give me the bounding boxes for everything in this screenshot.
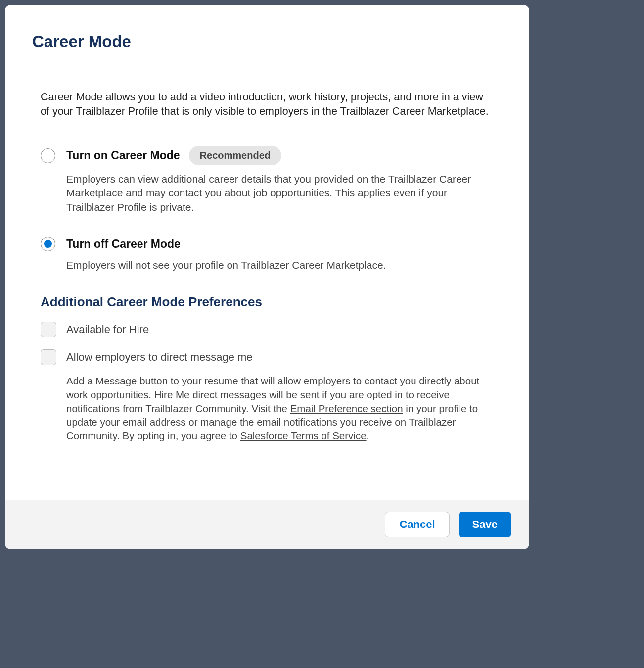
radio-turn-on[interactable] <box>41 148 55 163</box>
modal-body: Career Mode allows you to add a video in… <box>5 65 529 500</box>
preferences-title: Additional Career Mode Preferences <box>41 294 494 310</box>
radio-turn-off[interactable] <box>41 237 55 251</box>
radio-label-off: Turn off Career Mode <box>66 238 181 251</box>
recommended-badge: Recommended <box>189 146 281 165</box>
option-off-desc: Employers will not see your profile on T… <box>66 258 494 272</box>
checkbox-label-available: Available for Hire <box>66 323 149 336</box>
career-mode-modal: Career Mode Career Mode allows you to ad… <box>5 5 529 549</box>
checkbox-allow-messaging[interactable] <box>41 349 56 365</box>
option-turn-on: Turn on Career Mode Recommended Employer… <box>41 146 494 214</box>
messaging-desc-part3: . <box>367 430 369 441</box>
terms-of-service-link[interactable]: Salesforce Terms of Service <box>240 430 367 441</box>
email-preference-link[interactable]: Email Preference section <box>290 403 403 414</box>
option-turn-off: Turn off Career Mode Employers will not … <box>41 237 494 272</box>
radio-row-on: Turn on Career Mode Recommended <box>41 146 494 165</box>
checkbox-group-messaging: Allow employers to direct message me Add… <box>41 349 494 442</box>
checkbox-available-for-hire[interactable] <box>41 322 56 337</box>
intro-text: Career Mode allows you to add a video in… <box>41 90 494 119</box>
cancel-button[interactable]: Cancel <box>385 512 449 537</box>
radio-label-on: Turn on Career Mode <box>66 149 180 162</box>
modal-title: Career Mode <box>32 32 502 51</box>
modal-header: Career Mode <box>5 5 529 65</box>
messaging-desc: Add a Message button to your resume that… <box>66 374 494 442</box>
checkbox-row-available: Available for Hire <box>41 322 494 337</box>
radio-row-off: Turn off Career Mode <box>41 237 494 251</box>
save-button[interactable]: Save <box>459 512 511 537</box>
checkbox-label-messaging: Allow employers to direct message me <box>66 351 253 364</box>
checkbox-group-available: Available for Hire <box>41 322 494 337</box>
modal-footer: Cancel Save <box>5 500 529 549</box>
option-on-desc: Employers can view additional career det… <box>66 172 494 214</box>
checkbox-row-messaging: Allow employers to direct message me <box>41 349 494 365</box>
